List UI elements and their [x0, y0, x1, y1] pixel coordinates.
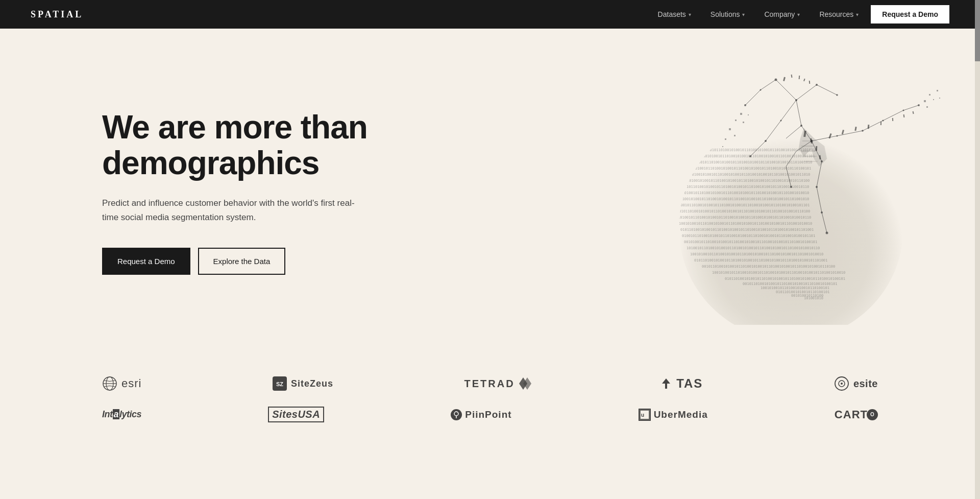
svg-rect-91: [735, 120, 737, 121]
sitezeus-icon: SZ: [273, 376, 287, 391]
svg-rect-76: [803, 79, 805, 81]
svg-line-41: [903, 105, 919, 110]
svg-text:010010110100101001011010010100: 0100101101001010010110100101001011010010…: [681, 154, 815, 158]
sitesusa-label: SitesUSA: [268, 407, 324, 422]
partner-sitesusa[interactable]: SitesUSA: [268, 407, 324, 422]
navbar: SPATIAL Datasets ▾ Solutions ▾ Company ▾…: [0, 0, 980, 29]
site-logo[interactable]: SPATIAL: [31, 9, 83, 20]
nav-request-demo-button[interactable]: Request a Demo: [871, 5, 949, 23]
hero-buttons: Request a Demo Explore the Data: [102, 248, 449, 275]
scrollbar-thumb[interactable]: [975, 0, 980, 61]
esri-globe-icon: [102, 376, 117, 391]
svg-rect-99: [929, 94, 930, 96]
partner-esite[interactable]: esite: [834, 376, 878, 391]
svg-rect-77: [809, 81, 811, 84]
svg-rect-73: [783, 77, 786, 82]
svg-text:010110100101001011010010100101: 0101101001010010110100101001011010010100…: [694, 258, 827, 263]
svg-text:100101001011010010100101101001: 10010100101101001010010110100101: [761, 286, 829, 290]
hero-section: We are more than demographics Predict an…: [0, 29, 980, 355]
piinpoint-label: PiinPoint: [465, 409, 511, 420]
svg-rect-75: [799, 76, 800, 79]
svg-text:001011010010100101101001010010: 0010110100101001011010010100101101001010…: [743, 282, 837, 286]
svg-text:101001010: 101001010: [804, 296, 823, 300]
partner-tetrad[interactable]: TETRAD: [464, 377, 531, 390]
chevron-down-icon: ▾: [856, 12, 859, 17]
scrollbar[interactable]: [975, 0, 980, 499]
svg-text:001010010110100101001011010010: 0010100101101001010010110100101001011010…: [684, 240, 817, 244]
svg-line-40: [883, 110, 903, 121]
svg-text:101001011010010100101101001010: 1010010110100101001011010010100101101001…: [687, 246, 820, 250]
hero-subtitle: Predict and influence customer behavior …: [102, 196, 357, 225]
hero-image: 1011010010100101101001010010110100101001…: [602, 39, 949, 325]
nav-datasets[interactable]: Datasets ▾: [651, 6, 698, 22]
svg-point-63: [918, 104, 920, 106]
nav-menu: Datasets ▾ Solutions ▾ Company ▾ Resourc…: [651, 5, 949, 23]
svg-text:001011010010100101101001010010: 0010110100101001011010010100101101001010…: [677, 209, 810, 213]
nav-solutions[interactable]: Solutions ▾: [703, 6, 752, 22]
svg-rect-97: [722, 146, 723, 147]
svg-text:u: u: [641, 412, 644, 418]
svg-text:110100101001011010010100101101: 1101001010010110100101001011010010100101…: [676, 197, 809, 201]
svg-text:SZ: SZ: [276, 381, 283, 387]
partners-section: esri SZ SiteZeus TETRAD TAS: [0, 355, 980, 468]
tas-label: TAS: [676, 376, 703, 391]
svg-point-61: [883, 120, 884, 122]
svg-text:100101101001010010110100101001: 1001011010010100101101001010010110100101…: [677, 173, 810, 177]
ubermedia-label: UberMedia: [654, 409, 708, 420]
svg-rect-93: [748, 114, 749, 115]
partner-ubermedia[interactable]: u UberMedia: [639, 409, 708, 421]
esri-label: esri: [121, 377, 141, 390]
svg-point-72: [826, 232, 828, 234]
svg-text:010110100101001011010010100101: 0101101001010010110100101001011010010100…: [725, 277, 845, 281]
svg-point-66: [765, 140, 767, 142]
partner-esri[interactable]: esri: [102, 376, 141, 391]
svg-text:010010110100101001011010010100: 0100101101001010010110100101001011010010…: [682, 234, 815, 238]
carto-label: CART: [835, 408, 868, 421]
svg-point-67: [780, 120, 782, 122]
svg-rect-90: [740, 113, 742, 115]
partner-carto[interactable]: CART O: [835, 408, 878, 421]
svg-rect-92: [743, 122, 744, 123]
partner-piinpoint[interactable]: PiinPoint: [451, 409, 511, 420]
svg-point-60: [862, 130, 864, 132]
svg-point-70: [816, 186, 818, 188]
svg-point-119: [841, 383, 843, 385]
tetrad-arrow-icon: [519, 377, 531, 390]
svg-rect-94: [729, 128, 731, 130]
chevron-down-icon: ▾: [742, 12, 745, 17]
partner-intalytics[interactable]: Intalytics: [102, 409, 141, 420]
svg-rect-85: [868, 125, 870, 129]
svg-point-59: [837, 135, 838, 137]
svg-point-53: [795, 99, 797, 101]
hero-content: We are more than demographics Predict an…: [102, 109, 449, 275]
esite-label: esite: [853, 378, 878, 390]
chevron-down-icon: ▾: [689, 12, 691, 17]
partner-tas[interactable]: TAS: [662, 376, 703, 391]
intalytics-label: Intalytics: [102, 409, 141, 420]
svg-point-64: [760, 89, 762, 91]
svg-text:100101001011010010100101101001: 1001010010110100101001011010010100101101…: [712, 271, 845, 275]
partner-sitezeus[interactable]: SZ SiteZeus: [273, 376, 333, 391]
svg-point-68: [749, 155, 751, 157]
partners-row-2: Intalytics SitesUSA PiinPoint u: [102, 407, 878, 422]
hero-title: We are more than demographics: [102, 109, 449, 181]
explore-data-button[interactable]: Explore the Data: [198, 248, 286, 275]
svg-text:100101001011010010100101101001: 1001010010110100101001011010010100101101…: [690, 252, 823, 256]
partners-row-1: esri SZ SiteZeus TETRAD TAS: [102, 376, 878, 391]
nav-resources[interactable]: Resources ▾: [812, 6, 866, 22]
tetrad-label: TETRAD: [464, 378, 515, 390]
nav-company[interactable]: Company ▾: [757, 6, 807, 22]
svg-point-56: [800, 125, 802, 127]
svg-line-31: [817, 85, 837, 95]
svg-text:010010110100101001011010010100: 0100101101001010010110100101001011010010…: [676, 203, 810, 207]
svg-text:100101001011010010100101101001: 1001010010110100101001011010010100101101…: [676, 191, 809, 195]
request-demo-button[interactable]: Request a Demo: [102, 248, 190, 275]
svg-marker-114: [523, 377, 531, 390]
svg-point-69: [790, 186, 792, 188]
svg-text:011010010100101101001010010110: 0110100101001011010010100101101001010010…: [678, 167, 811, 171]
svg-rect-96: [725, 138, 726, 140]
svg-line-33: [745, 90, 761, 105]
svg-rect-88: [903, 114, 905, 117]
svg-marker-115: [662, 378, 670, 384]
svg-rect-84: [854, 127, 856, 131]
